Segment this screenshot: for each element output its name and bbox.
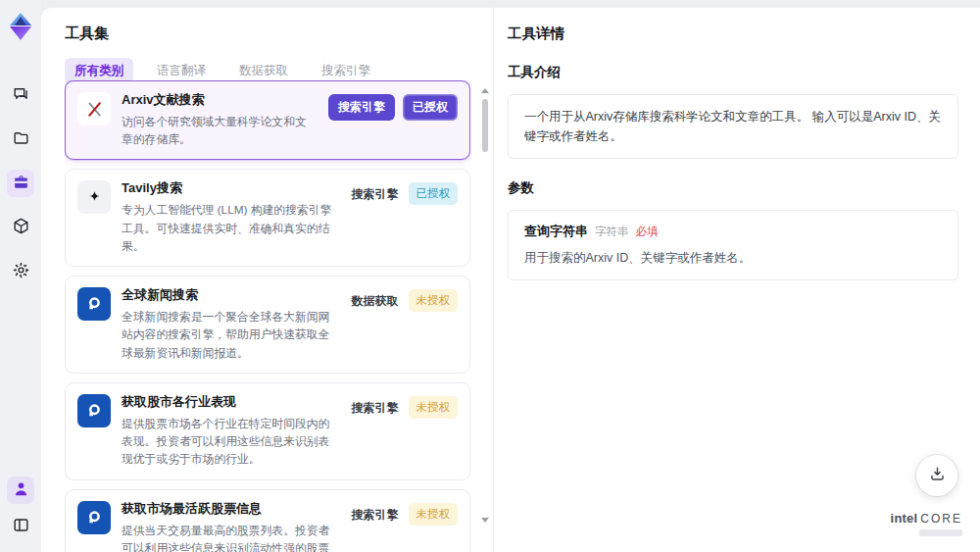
rail-nav [7, 81, 34, 285]
briefcase-icon [12, 173, 30, 195]
auth-status-badge: 未授权 [409, 503, 459, 526]
tool-category-tag[interactable]: 搜索引擎 [328, 94, 395, 121]
tool-tags: 搜索引擎已授权 [328, 92, 458, 148]
tool-card[interactable]: 获取股市各行业表现提供股票市场各个行业在特定时间段内的表现。投资者可以利用这些信… [65, 382, 470, 480]
news-blue-icon [77, 287, 111, 321]
arxiv-icon [77, 92, 111, 125]
download-icon [928, 465, 947, 487]
chat-icon [12, 84, 30, 107]
brand-subtext-bar [919, 529, 962, 536]
tool-tags: 数据获取未授权 [350, 287, 459, 362]
intro-heading: 工具介绍 [508, 64, 958, 81]
user-account-button[interactable] [7, 477, 34, 504]
rail-bottom [7, 477, 34, 540]
workspace: 工具集 所有类别语言翻译数据获取搜索引擎 Arxiv文献搜索访问各个研究领域大量… [41, 8, 980, 552]
packages-nav-button[interactable] [7, 214, 34, 241]
brand-intel-text: intel [891, 511, 918, 526]
brand-core-text: CORE [920, 512, 962, 526]
tool-title: 获取市场最活跃股票信息 [122, 501, 339, 518]
auth-status-badge: 已授权 [409, 182, 459, 205]
folder-icon [12, 128, 30, 151]
tool-title: Tavily搜索 [122, 180, 339, 197]
panel-toggle-button[interactable] [7, 513, 34, 540]
detail-title: 工具详情 [508, 25, 958, 43]
tool-description: 提供股票市场各个行业在特定时间段内的表现。投资者可以利用这些信息来识别表现优于或… [122, 415, 339, 469]
panel-icon [12, 516, 30, 538]
intel-core-logo: intelCORE [891, 509, 962, 536]
chat-nav-button[interactable] [7, 81, 34, 109]
files-nav-button[interactable] [7, 125, 34, 153]
parameter-card: 查询字符串 字符串 必填 用于搜索的Arxiv ID、关键字或作者姓名。 [508, 210, 958, 280]
tool-category-tag: 搜索引擎 [350, 396, 401, 421]
list-scrollbar[interactable] [480, 88, 489, 546]
auth-status-badge: 未授权 [409, 289, 459, 312]
auth-status-badge: 未授权 [409, 396, 459, 419]
sparkle-icon [77, 180, 111, 214]
download-button[interactable] [916, 455, 957, 496]
scroll-up-arrow-icon[interactable] [481, 88, 489, 93]
tool-category-tag: 搜索引擎 [350, 182, 401, 207]
tool-description: 提供当天交易量最高的股票列表。投资者可以利用这些信息来识别流动性强的股票和潜在的… [122, 522, 339, 552]
tool-description: 访问各个研究领域大量科学论文和文章的存储库。 [122, 113, 318, 149]
tool-description: 全球新闻搜索是一个聚合全球各大新闻网站内容的搜索引擎，帮助用户快速获取全球最新资… [122, 308, 339, 362]
param-name: 查询字符串 [524, 223, 588, 240]
param-required-flag: 必填 [636, 225, 659, 239]
settings-nav-button[interactable] [7, 258, 34, 285]
param-description: 用于搜索的Arxiv ID、关键字或作者姓名。 [524, 249, 942, 268]
tool-list: Arxiv文献搜索访问各个研究领域大量科学论文和文章的存储库。搜索引擎已授权Ta… [65, 80, 470, 552]
tool-card[interactable]: 全球新闻搜索全球新闻搜索是一个聚合全球各大新闻网站内容的搜索引擎，帮助用户快速获… [65, 276, 470, 374]
tool-category-tag: 数据获取 [350, 289, 401, 314]
user-icon [12, 479, 30, 502]
tool-tags: 搜索引擎未授权 [350, 501, 459, 552]
app-logo[interactable] [6, 11, 35, 42]
cube-icon [12, 217, 30, 239]
tool-category-tag: 搜索引擎 [350, 503, 401, 527]
tool-detail-panel: 工具详情 工具介绍 一个用于从Arxiv存储库搜索科学论文和文章的工具。 输入可… [494, 8, 980, 552]
tool-title: Arxiv文献搜索 [122, 92, 318, 109]
scroll-down-arrow-icon[interactable] [481, 518, 489, 523]
tool-tags: 搜索引擎未授权 [350, 394, 459, 469]
tools-nav-button[interactable] [7, 170, 34, 197]
left-rail [0, 0, 41, 552]
tool-card[interactable]: Arxiv文献搜索访问各个研究领域大量科学论文和文章的存储库。搜索引擎已授权 [65, 80, 470, 160]
auth-status-badge[interactable]: 已授权 [403, 94, 458, 121]
tool-title: 获取股市各行业表现 [122, 394, 339, 411]
news-blue-icon [77, 501, 111, 534]
tool-description: 专为人工智能代理 (LLM) 构建的搜索引擎工具。可快速提供实时、准确和真实的结… [122, 201, 339, 255]
gear-icon [12, 261, 30, 283]
param-type: 字符串 [595, 225, 629, 239]
params-heading: 参数 [508, 179, 958, 197]
scrollbar-thumb[interactable] [482, 99, 488, 152]
page-title: 工具集 [65, 25, 493, 43]
tool-card[interactable]: Tavily搜索专为人工智能代理 (LLM) 构建的搜索引擎工具。可快速提供实时… [65, 169, 470, 267]
tool-tags: 搜索引擎已授权 [350, 180, 459, 255]
tool-title: 全球新闻搜索 [122, 287, 339, 304]
tool-card[interactable]: 获取市场最活跃股票信息提供当天交易量最高的股票列表。投资者可以利用这些信息来识别… [65, 489, 470, 552]
tool-list-panel: 工具集 所有类别语言翻译数据获取搜索引擎 Arxiv文献搜索访问各个研究领域大量… [41, 8, 494, 552]
news-blue-icon [77, 394, 111, 427]
intro-text-box: 一个用于从Arxiv存储库搜索科学论文和文章的工具。 输入可以是Arxiv ID… [508, 94, 958, 159]
